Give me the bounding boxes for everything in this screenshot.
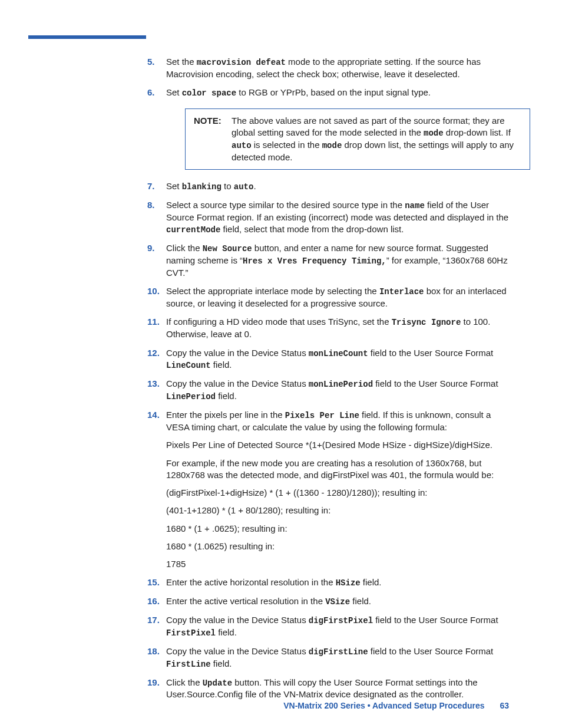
step-19: 19. Click the Update button. This will c… [147,677,513,701]
text: Copy the value in the Device Status [166,348,309,358]
code: Update [203,678,232,688]
text: Enter the active horizontal resolution i… [166,577,336,587]
code: FirstLine [166,660,211,669]
text: field. [361,577,382,587]
text: Enter the active vertical resolution in … [166,596,325,606]
step-number: 13. [147,378,163,390]
page-footer: VN-Matrix 200 Series • Advanced Setup Pr… [283,700,509,711]
footer-title: VN-Matrix 200 Series • Advanced Setup Pr… [283,701,484,710]
step-number: 5. [147,56,163,68]
step-number: 16. [147,595,163,607]
formula-line: For example, if the new mode you are cre… [166,457,513,482]
step-8: 8. Select a source type similar to the d… [147,199,513,236]
step-13: 13. Copy the value in the Device Status … [147,378,513,403]
text: is selected in the [252,140,322,150]
code: monLineCount [309,349,368,358]
text: . [253,181,256,191]
text: Copy the value in the Device Status [166,378,309,388]
text: field to the User Source Format [368,646,494,656]
code: LinePeriod [166,392,216,401]
step-number: 18. [147,645,163,657]
code: VSize [325,597,350,607]
text: Set [166,181,182,191]
code: currentMode [166,225,220,235]
code: auto [234,182,254,192]
step-number: 17. [147,614,163,626]
step-number: 9. [147,242,163,254]
step-10: 10. Select the appropriate interlace mod… [147,285,513,309]
formula-line: 1680 * (1.0625) resulting in: [166,541,513,552]
text: field. [216,627,237,637]
step-15: 15. Enter the active horizontal resoluti… [147,577,513,589]
formula-line: 1785 [166,558,513,570]
code: monLinePeriod [309,380,373,389]
step-list: 5. Set the macrovision defeat mode to th… [147,56,513,701]
text: field. [211,658,232,668]
code: Pixels Per Line [285,411,359,420]
text: Click the [166,243,203,253]
code: mode [424,129,444,138]
step-14: 14. Enter the pixels per line in the Pix… [147,409,513,570]
step-number: 6. [147,87,163,98]
step-number: 14. [147,409,163,421]
step-number: 15. [147,577,163,588]
step-12: 12. Copy the value in the Device Status … [147,347,513,372]
step-6: 6. Set color space to RGB or YPrPb, base… [147,87,513,170]
text: field to the User Source Format [373,378,498,388]
step-16: 16. Enter the active vertical resolution… [147,595,513,608]
step-number: 11. [147,316,163,328]
text: drop-down list. If [444,127,511,137]
text: field to the User Source Format [368,348,494,358]
code: HSize [336,578,361,588]
code: color space [182,88,236,98]
text: field. [350,596,371,606]
text: field. [216,391,237,401]
step-18: 18. Copy the value in the Device Status … [147,645,513,670]
note-body: The above values are not saved as part o… [232,115,521,163]
page-number: 63 [500,701,509,710]
code: New Source [203,244,252,253]
text: Set [166,87,182,97]
code: Interlace [379,287,424,297]
text: field to the User Source Format [373,615,498,625]
text: Enter the pixels per line in the [166,410,285,420]
text: to [222,181,234,191]
code: FirstPixel [166,628,216,638]
step-number: 12. [147,347,163,359]
code: blanking [182,182,222,192]
text: If configuring a HD video mode that uses… [166,317,392,327]
note-box: NOTE: The above values are not saved as … [185,108,530,170]
formula-line: (401-1+1280) * (1 + 80/1280); resulting … [166,505,513,516]
text: to RGB or YPrPb, based on the input sign… [236,87,431,97]
text: Set the [166,57,197,67]
code: mode [322,141,342,150]
formula-line: Pixels Per Line of Detected Source *(1+(… [166,439,513,451]
step-7: 7. Set blanking to auto. [147,180,513,193]
code: macrovision defeat [197,58,286,67]
code: Trisync Ignore [392,318,461,327]
code: digFirstLine [309,647,368,657]
page-body: 5. Set the macrovision defeat mode to th… [0,56,562,707]
code: LineCount [166,361,211,370]
text: field. [211,360,232,370]
code: auto [232,141,252,150]
code: Hres x Vres Frequency Timing, [243,256,386,266]
text: Copy the value in the Device Status [166,646,309,656]
formula-line: (digFirstPixel-1+digHsize) * (1 + ((1360… [166,487,513,499]
step-11: 11. If configuring a HD video mode that … [147,316,513,340]
text: field, select that mode from the drop-do… [220,224,404,234]
step-number: 7. [147,180,163,192]
text: Select the appropriate interlace mode by… [166,286,379,296]
code: name [405,201,425,210]
note-label: NOTE: [194,115,232,163]
step-9: 9. Click the New Source button, and ente… [147,242,513,279]
text: Copy the value in the Device Status [166,615,309,625]
step-17: 17. Copy the value in the Device Status … [147,614,513,639]
step-number: 8. [147,199,163,211]
step-5: 5. Set the macrovision defeat mode to th… [147,56,513,80]
header-rule [28,35,146,39]
text: Select a source type similar to the desi… [166,200,405,210]
step-number: 10. [147,285,163,297]
step-number: 19. [147,677,163,689]
formula-line: 1680 * (1 + .0625); resulting in: [166,523,513,535]
